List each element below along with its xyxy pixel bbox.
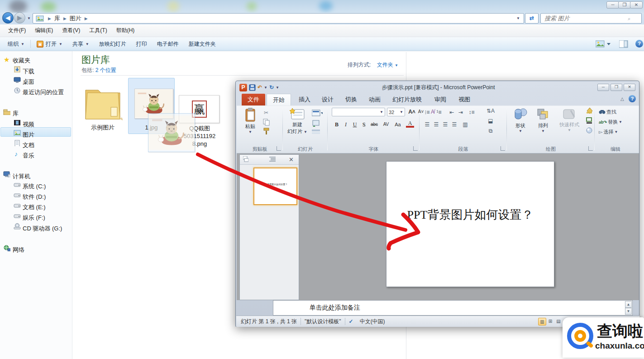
cut-icon[interactable]: ✂: [262, 109, 270, 117]
ppt-app-icon[interactable]: P: [239, 84, 247, 91]
sidebar-group-computer[interactable]: 计算机: [13, 172, 30, 181]
explorer-minimize-button[interactable]: ─: [606, 1, 619, 9]
font-dialog-launcher[interactable]: [413, 146, 418, 151]
sidebar-item-videos[interactable]: 视频: [23, 120, 34, 129]
organize-button[interactable]: 组织▼: [3, 38, 29, 49]
ppt-title-bar[interactable]: P ↶▼ ↻ ▼ 步骤演示.ppt [兼容模式] - Microsoft Pow…: [236, 81, 639, 94]
address-dropdown[interactable]: ▼: [516, 16, 524, 20]
copy-icon[interactable]: [263, 119, 270, 126]
normal-view-button[interactable]: ▥: [538, 318, 546, 325]
text-direction-icon[interactable]: ⇅A: [487, 107, 495, 115]
italic-button[interactable]: I: [342, 120, 350, 129]
select-button[interactable]: ▻ 选择▼: [599, 129, 618, 135]
address-bar[interactable]: ▶ 库 ▶ 图片 ▶ ▼: [33, 13, 524, 24]
char-spacing-button[interactable]: AV: [381, 120, 391, 129]
new-slide-button[interactable]: 新建 幻灯片 ▼: [286, 108, 309, 135]
breadcrumb-root[interactable]: 库: [54, 14, 60, 23]
sidebar-item-documents[interactable]: 文档: [23, 141, 34, 149]
menu-help[interactable]: 帮助(H): [112, 27, 139, 34]
print-button[interactable]: 打印: [131, 38, 152, 49]
shape-outline-icon[interactable]: [585, 117, 593, 125]
ppt-close-button[interactable]: ✕: [624, 84, 635, 91]
tab-slideshow[interactable]: 幻灯片放映: [386, 94, 428, 105]
clipboard-dialog-launcher[interactable]: [277, 146, 281, 151]
notes-pane[interactable]: 单击此处添加备注 ▲ ▼: [273, 300, 633, 316]
slideshow-button[interactable]: 放映幻灯片: [94, 38, 131, 49]
tab-design[interactable]: 设计: [316, 94, 339, 105]
sidebar-item-music[interactable]: 音乐: [23, 152, 34, 160]
outline-tab[interactable]: [263, 157, 281, 163]
slides-tab[interactable]: [240, 156, 252, 163]
strikethrough-button[interactable]: abc: [369, 120, 380, 129]
sidebar-item-desktop[interactable]: 桌面: [23, 78, 34, 86]
arrange-button[interactable]: 排列▼: [533, 108, 553, 133]
text-shadow-button[interactable]: S: [360, 120, 368, 129]
shape-fill-icon[interactable]: [585, 107, 593, 115]
bullets-icon[interactable]: ⁝≡: [423, 108, 431, 116]
breadcrumb-current[interactable]: 图片: [70, 14, 81, 23]
outdent-icon[interactable]: ⇤: [448, 108, 456, 116]
tab-transitions[interactable]: 切换: [339, 94, 363, 105]
sidebar-item-cd-drive[interactable]: CD 驱动器 (G:): [23, 225, 62, 233]
undo-icon[interactable]: ↶: [258, 84, 262, 91]
sidebar-item-downloads[interactable]: 下载: [23, 67, 34, 76]
qat-customize-dropdown[interactable]: ▼: [276, 86, 279, 90]
tab-view[interactable]: 视图: [453, 94, 476, 105]
reset-slide-icon[interactable]: [312, 120, 321, 127]
shapes-button[interactable]: 形状▼: [510, 108, 531, 133]
menu-edit[interactable]: 编辑(E): [30, 27, 57, 34]
slide-canvas[interactable]: PPT背景图片如何设置？: [386, 161, 554, 287]
folder-label[interactable]: 示例图片: [83, 124, 123, 132]
tab-file[interactable]: 文件: [242, 94, 265, 105]
smartart-icon[interactable]: ⧉: [487, 127, 495, 135]
columns-icon[interactable]: ▥: [461, 120, 469, 129]
grow-font-icon[interactable]: A˄: [408, 108, 416, 116]
paragraph-dialog-launcher[interactable]: [501, 146, 505, 151]
sidebar-group-libraries[interactable]: 库: [13, 110, 19, 118]
tab-review[interactable]: 审阅: [429, 94, 452, 105]
sidebar-item-drive-c[interactable]: 系统 (C:): [23, 182, 46, 191]
open-button[interactable]: ▣ 打开▼: [32, 38, 67, 49]
align-text-icon[interactable]: ⬓: [487, 117, 495, 125]
paste-button[interactable]: 粘贴▼: [241, 108, 259, 134]
change-case-button[interactable]: Aa: [392, 120, 403, 129]
ppt-restore-button[interactable]: ❐: [611, 84, 622, 91]
tab-animations[interactable]: 动画: [363, 94, 386, 105]
sidebar-item-drive-e[interactable]: 文档 (E:): [23, 203, 46, 211]
redo-icon[interactable]: ↻: [269, 84, 274, 91]
replace-button[interactable]: ab↷ 替换▼: [599, 119, 622, 125]
search-input[interactable]: [541, 14, 626, 23]
slide-thumbnail[interactable]: PPT背景图片如何设置？: [253, 168, 297, 205]
share-button[interactable]: 共享▼: [67, 38, 94, 49]
bold-button[interactable]: B: [333, 120, 341, 129]
folder-icon[interactable]: [83, 84, 123, 122]
arrange-by[interactable]: 排列方式: 文件夹 ▼: [348, 61, 398, 69]
find-button[interactable]: 查找: [599, 109, 616, 115]
language-indicator[interactable]: 中文(中国): [360, 318, 385, 325]
views-button[interactable]: [596, 40, 611, 48]
forward-button[interactable]: ▶: [14, 12, 25, 24]
minimize-ribbon-icon[interactable]: △: [620, 96, 624, 101]
explorer-close-button[interactable]: ✕: [630, 1, 643, 9]
line-spacing-icon[interactable]: ↕≡: [467, 108, 476, 116]
sidebar-item-pictures[interactable]: 图片: [23, 131, 34, 139]
ppt-help-icon[interactable]: ?: [629, 95, 636, 102]
justify-icon[interactable]: ☰: [450, 120, 458, 129]
search-box[interactable]: ⌕: [540, 13, 642, 24]
align-left-icon[interactable]: ☰: [423, 120, 431, 129]
save-icon[interactable]: [249, 84, 256, 91]
close-pane-icon[interactable]: ✕: [289, 156, 294, 163]
sidebar-item-drive-f[interactable]: 娱乐 (F:): [23, 214, 45, 222]
section-icon[interactable]: [312, 129, 323, 135]
align-center-icon[interactable]: ☰: [432, 120, 440, 129]
sidebar-item-drive-d[interactable]: 软件 (D:): [23, 193, 46, 201]
indent-icon[interactable]: ⇥: [457, 108, 465, 116]
underline-button[interactable]: U: [351, 120, 359, 129]
numbering-icon[interactable]: ¹≡: [435, 108, 443, 116]
back-button[interactable]: ◀: [2, 12, 14, 24]
menu-view[interactable]: 查看(V): [57, 27, 85, 34]
menu-tools[interactable]: 工具(T): [85, 27, 111, 34]
undo-dropdown[interactable]: ▼: [264, 86, 267, 90]
sidebar-group-favorites[interactable]: 收藏夹: [13, 57, 30, 65]
new-folder-button[interactable]: 新建文件夹: [184, 38, 221, 49]
